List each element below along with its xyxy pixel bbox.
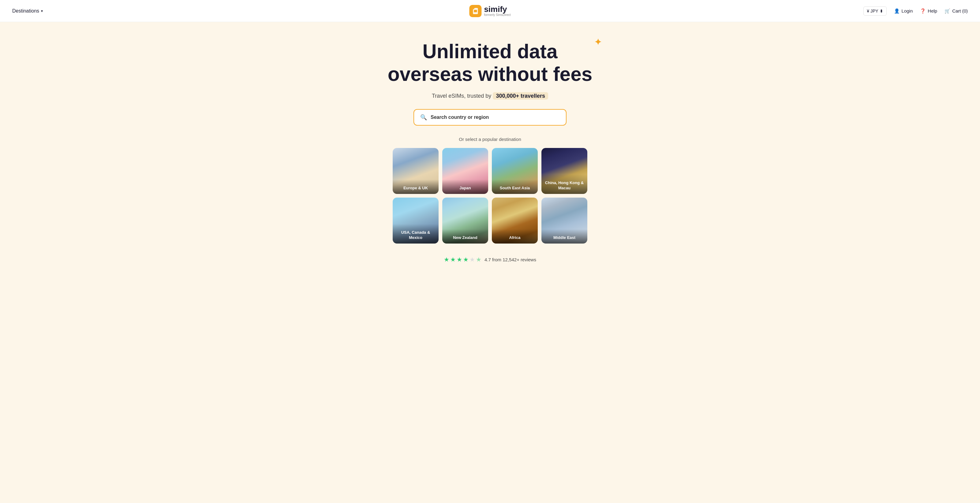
cart-label: Cart (0) (952, 8, 968, 13)
hero-title-line2: overseas without fees (388, 63, 593, 85)
dest-card-label-south-east-asia: South East Asia (492, 179, 538, 194)
dest-card-label-europe-uk: Europe & UK (393, 179, 439, 194)
help-icon: ❓ (920, 8, 926, 14)
destinations-sublabel: Or select a popular destination (459, 137, 521, 142)
hero-subtitle: Travel eSIMs, trusted by 300,000+ travel… (432, 93, 548, 99)
star-1: ★ (444, 256, 449, 263)
currency-label: ¥ JPY (867, 9, 878, 13)
star-rating: ★★★★★★ (444, 256, 481, 263)
dest-card-label-china-hong-kong: China, Hong Kong & Macau (541, 174, 587, 194)
logo-text: simify formerly SimsDirect (484, 5, 511, 16)
dest-card-label-new-zealand: New Zealand (442, 229, 488, 244)
cart-button[interactable]: 🛒 Cart (0) (945, 8, 968, 14)
dest-card-label-usa-canada-mexico: USA, Canada & Mexico (393, 224, 439, 244)
dest-card-new-zealand[interactable]: New Zealand (442, 198, 488, 244)
user-icon: 👤 (894, 8, 900, 14)
dest-card-china-hong-kong[interactable]: China, Hong Kong & Macau (541, 148, 587, 194)
dest-card-south-east-asia[interactable]: South East Asia (492, 148, 538, 194)
dest-card-europe-uk[interactable]: Europe & UK (393, 148, 439, 194)
star-half: ★ (476, 256, 481, 263)
dest-card-japan[interactable]: Japan (442, 148, 488, 194)
login-label: Login (902, 8, 913, 13)
logo-icon (469, 5, 481, 17)
help-button[interactable]: ❓ Help (920, 8, 937, 14)
svg-rect-1 (474, 10, 477, 12)
hero-section: Unlimited data ✦ overseas without fees T… (0, 22, 980, 287)
navbar: Destinations ▾ simify formerly SimsDirec… (0, 0, 980, 22)
dest-card-label-japan: Japan (442, 179, 488, 194)
search-input[interactable] (431, 115, 560, 120)
login-button[interactable]: 👤 Login (894, 8, 913, 14)
hero-title-line1: Unlimited data (423, 40, 558, 62)
dest-card-label-middle-east: Middle East (541, 229, 587, 244)
reviews-row: ★★★★★★ 4.7 from 12,542+ reviews (444, 256, 536, 263)
help-label: Help (928, 8, 937, 13)
logo-sub: formerly SimsDirect (484, 13, 511, 16)
star-3: ★ (457, 256, 462, 263)
currency-chevron-icon: ⬍ (880, 9, 883, 13)
dest-card-africa[interactable]: Africa (492, 198, 538, 244)
star-5: ★ (469, 256, 475, 263)
chevron-down-icon: ▾ (41, 9, 43, 13)
dest-card-label-africa: Africa (492, 229, 538, 244)
currency-selector[interactable]: ¥ JPY ⬍ (863, 6, 886, 16)
destinations-nav-label: Destinations (12, 8, 39, 14)
subtitle-highlight: 300,000+ travellers (493, 92, 548, 99)
hero-title: Unlimited data ✦ overseas without fees (388, 40, 593, 85)
cart-icon: 🛒 (945, 8, 950, 14)
search-container: 🔍 (414, 109, 566, 126)
search-icon: 🔍 (420, 114, 427, 121)
nav-right: ¥ JPY ⬍ 👤 Login ❓ Help 🛒 Cart (0) (863, 6, 968, 16)
sparkle-icon: ✦ (594, 37, 601, 47)
star-4: ★ (463, 256, 469, 263)
subtitle-prefix: Travel eSIMs, trusted by (432, 93, 493, 99)
destinations-grid: Europe & UKJapanSouth East AsiaChina, Ho… (393, 148, 587, 244)
reviews-text: 4.7 from 12,542+ reviews (485, 257, 536, 262)
logo-area: simify formerly SimsDirect (469, 5, 511, 17)
search-box: 🔍 (414, 109, 566, 126)
logo-name: simify (484, 5, 511, 13)
star-2: ★ (450, 256, 456, 263)
dest-card-usa-canada-mexico[interactable]: USA, Canada & Mexico (393, 198, 439, 244)
dest-card-middle-east[interactable]: Middle East (541, 198, 587, 244)
destinations-nav[interactable]: Destinations ▾ (12, 8, 43, 14)
